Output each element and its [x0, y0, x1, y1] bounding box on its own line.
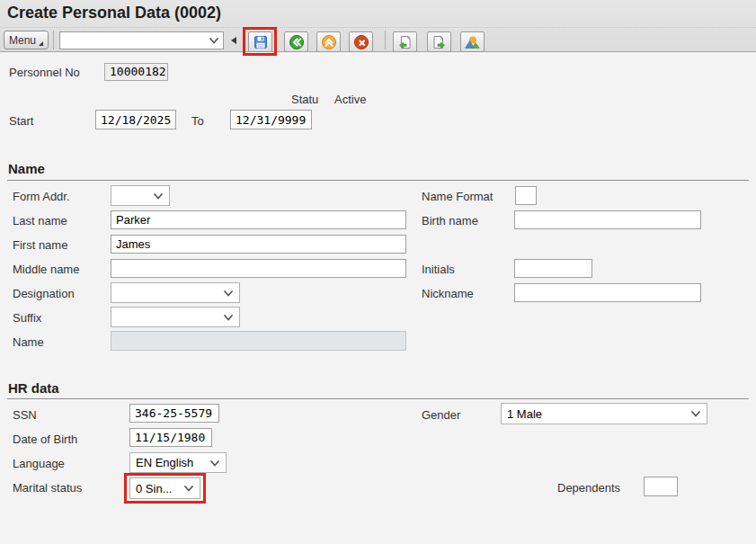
name-format-field[interactable] — [515, 186, 537, 205]
page-arrow-right-icon — [431, 34, 448, 50]
first-name-label: First name — [13, 238, 67, 252]
personnel-no-field: 10000182 — [104, 63, 168, 81]
middle-name-field[interactable] — [111, 259, 406, 278]
back-button[interactable] — [284, 31, 308, 52]
toolbar-separator — [385, 31, 386, 49]
toolbar-separator — [53, 31, 54, 49]
initials-field[interactable] — [514, 259, 592, 278]
birth-name-label: Birth name — [422, 214, 478, 227]
dependents-label: Dependents — [557, 481, 620, 495]
to-date-label: To — [191, 114, 204, 128]
form-addr-label: Form Addr. — [13, 190, 70, 203]
full-name-label: Name — [13, 335, 44, 349]
chevron-down-icon — [224, 315, 233, 321]
first-name-field[interactable] — [111, 235, 406, 254]
initials-label: Initials — [422, 263, 455, 276]
last-name-field[interactable] — [111, 210, 406, 229]
sap-create-personal-data-screen: Create Personal Data (0002) Menu — [0, 0, 756, 544]
chevron-down-icon — [224, 290, 233, 297]
floppy-disk-icon — [253, 34, 269, 50]
start-date-label: Start — [9, 114, 33, 128]
circle-double-chevron-up-icon — [321, 34, 337, 50]
form-content: Personnel No 10000182 Statu Active Start… — [0, 52, 756, 544]
language-dropdown[interactable]: EN English — [129, 452, 227, 473]
command-input[interactable] — [61, 33, 205, 48]
overview-button[interactable] — [460, 31, 485, 52]
designation-dropdown[interactable] — [111, 282, 240, 303]
start-date-field[interactable] — [95, 110, 176, 129]
top-bar: Create Personal Data (0002) Menu — [0, 0, 756, 52]
name-section-rule — [7, 180, 749, 181]
marital-status-value: 0 Sin... — [136, 482, 172, 495]
chevron-down-icon — [691, 411, 700, 417]
menu-button[interactable]: Menu — [4, 31, 49, 49]
marital-status-dropdown[interactable]: 0 Sin... — [129, 477, 200, 499]
circle-double-chevron-left-icon — [289, 34, 305, 50]
last-name-label: Last name — [13, 214, 67, 227]
suffix-label: Suffix — [13, 311, 41, 325]
chevron-down-icon — [210, 460, 219, 467]
birth-name-field[interactable] — [514, 210, 701, 229]
middle-name-label: Middle name — [13, 263, 79, 276]
chevron-down-icon — [184, 486, 193, 492]
ssn-label: SSN — [13, 408, 37, 422]
personnel-no-label: Personnel No — [9, 66, 80, 79]
exit-button[interactable] — [316, 31, 341, 52]
command-field[interactable] — [59, 31, 224, 49]
next-record-button[interactable] — [427, 31, 451, 52]
hr-data-section-rule — [7, 398, 749, 399]
gender-dropdown[interactable]: 1 Male — [501, 403, 707, 424]
marital-status-label: Marital status — [13, 481, 82, 495]
status-label: Statu — [291, 93, 318, 106]
chevron-down-icon — [209, 38, 218, 44]
chevron-down-icon — [154, 193, 163, 200]
date-of-birth-field[interactable] — [129, 428, 212, 447]
designation-label: Designation — [13, 287, 75, 300]
dependents-field[interactable] — [644, 477, 678, 496]
to-date-field[interactable] — [230, 110, 312, 129]
gender-value: 1 Male — [507, 407, 542, 421]
date-of-birth-label: Date of Birth — [13, 433, 77, 446]
language-value: EN English — [136, 456, 193, 469]
gender-label: Gender — [422, 408, 460, 422]
language-label: Language — [13, 457, 65, 470]
full-name-field — [111, 331, 406, 351]
save-button[interactable] — [248, 31, 272, 52]
triangle-left-icon[interactable] — [231, 37, 236, 44]
nickname-label: Nickname — [422, 287, 474, 300]
status-value: Active — [334, 93, 366, 106]
nickname-field[interactable] — [514, 283, 701, 302]
toolbar-divider — [0, 27, 756, 28]
menu-button-label: Menu — [9, 34, 36, 47]
mountain-landscape-icon — [464, 34, 481, 50]
suffix-dropdown[interactable] — [111, 307, 240, 327]
cancel-button[interactable] — [349, 31, 373, 52]
page-arrow-left-icon — [396, 34, 414, 50]
ssn-field[interactable] — [129, 404, 219, 423]
page-title: Create Personal Data (0002) — [7, 4, 221, 22]
corner-triangle-icon — [39, 41, 43, 46]
previous-record-button[interactable] — [393, 31, 417, 52]
name-section-heading: Name — [8, 161, 45, 176]
circle-x-icon — [353, 34, 369, 50]
form-addr-dropdown[interactable] — [111, 185, 170, 206]
name-format-label: Name Format — [422, 190, 493, 203]
hr-data-section-heading: HR data — [8, 380, 59, 396]
